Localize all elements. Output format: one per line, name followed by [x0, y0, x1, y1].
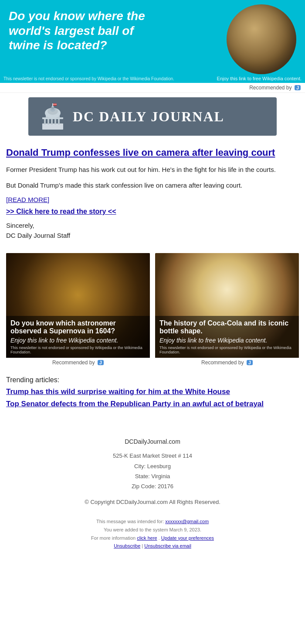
cocacola-headline: The history of Coca-Cola and its iconic … — [159, 319, 295, 335]
staff-name: DC Daily Journal Staff — [6, 232, 299, 239]
footer-copyright: © Copyright DCDailyJournal.com All Right… — [6, 497, 299, 507]
astronomer-disclaimer: This newsletter is not endorsed or spons… — [10, 346, 146, 354]
ad-card-astronomer[interactable]: Do you know which astronomer observed a … — [6, 253, 150, 369]
astronomer-recommended-label: Recommended by — [52, 360, 95, 366]
astronomer-enjoy: Enjoy this link to free Wikipedia conten… — [10, 337, 146, 344]
cocacola-image: The history of Coca-Cola and its iconic … — [155, 253, 299, 358]
recommended-label: Recommended by — [249, 85, 291, 91]
cocacola-enjoy: Enjoy this link to free Wikipedia conten… — [159, 337, 295, 344]
click-here-link[interactable]: >> Click here to read the story << — [6, 208, 299, 216]
footer-intended-label: This message was intended for: — [96, 519, 164, 524]
footer-unsubscribe-link[interactable]: Unsubscribe — [114, 543, 140, 548]
svg-rect-16 — [53, 105, 57, 106]
footer-meta-added: You were added to the system March 9, 20… — [6, 526, 299, 534]
astronomer-card-overlay: Do you know which astronomer observed a … — [6, 316, 150, 358]
svg-rect-6 — [58, 118, 60, 124]
footer-section: DCDailyJournal.com 525-K East Market Str… — [0, 419, 305, 559]
ad-card-cocacola[interactable]: The history of Coca-Cola and its iconic … — [155, 253, 299, 369]
cocacola-recommended-label: Recommended by — [201, 360, 244, 366]
footer-dot: . — [159, 535, 160, 541]
top-ad-enjoy: Enjoy this link to free Wikipedia conten… — [217, 76, 302, 81]
top-ad-headline: Do you know where the world's largest ba… — [9, 9, 166, 53]
capitol-dome-icon — [39, 103, 67, 130]
newsletter-header-inner: DC DAILY JOURNAL — [28, 97, 277, 136]
trending-section: Trending articles: Trump has this wild s… — [0, 373, 305, 419]
footer-address-line2: City: Leesburg — [6, 461, 299, 471]
footer-info-label: For more information — [91, 535, 136, 541]
recommended-bar: Recommended by J — [0, 83, 305, 93]
trending-link-1[interactable]: Trump has this wild surprise waiting for… — [6, 387, 299, 396]
astronomer-headline: Do you know which astronomer observed a … — [10, 319, 146, 335]
article-title[interactable]: Donald Trump confesses live on camera af… — [6, 147, 299, 158]
footer-meta-intended: This message was intended for: xxxxxxx@g… — [6, 517, 299, 526]
svg-rect-2 — [44, 118, 46, 124]
ad-cards-row: Do you know which astronomer observed a … — [0, 253, 305, 369]
svg-rect-3 — [47, 118, 49, 124]
footer-address: 525-K East Market Street # 114 City: Lee… — [6, 451, 299, 492]
svg-rect-4 — [51, 118, 53, 124]
cocacola-recommended: Recommended by J — [155, 358, 299, 369]
svg-rect-5 — [54, 118, 56, 124]
cocacola-card-overlay: The history of Coca-Cola and its iconic … — [155, 316, 299, 358]
article-body-2: But Donald Trump's made this stark confe… — [6, 180, 299, 191]
recommended-badge: J — [295, 85, 301, 90]
article-body-1: Former President Trump has his work cut … — [6, 164, 299, 175]
footer-meta-info-row: For more information click here . Update… — [6, 534, 299, 542]
footer-address-line4: Zip Code: 20176 — [6, 481, 299, 491]
footer-update-prefs-link[interactable]: Update your preferences — [161, 535, 214, 541]
read-more-link[interactable]: [READ MORE] — [6, 196, 299, 203]
svg-rect-1 — [42, 123, 63, 130]
svg-rect-15 — [53, 104, 57, 105]
astronomer-recommended: Recommended by J — [6, 358, 150, 369]
cocacola-badge: J — [247, 360, 253, 365]
footer-email-link[interactable]: xxxxxxx@gmail.com — [165, 519, 209, 524]
footer-meta: This message was intended for: xxxxxxx@g… — [6, 517, 299, 550]
astronomer-badge: J — [98, 360, 104, 365]
email-wrapper: Do you know where the world's largest ba… — [0, 0, 305, 644]
footer-address-line3: State: Virginia — [6, 471, 299, 481]
main-content: Donald Trump confesses live on camera af… — [0, 140, 305, 253]
newsletter-title: DC DAILY JOURNAL — [73, 109, 224, 125]
footer-click-here-link[interactable]: click here — [137, 535, 157, 541]
ball-of-twine-image — [227, 4, 296, 74]
sincerely-text: Sincerely, — [6, 222, 299, 229]
trending-label: Trending articles: — [6, 376, 299, 384]
newsletter-header: DC DAILY JOURNAL — [0, 93, 305, 140]
astronomer-image: Do you know which astronomer observed a … — [6, 253, 150, 358]
svg-rect-13 — [52, 103, 53, 107]
cocacola-disclaimer: This newsletter is not endorsed or spons… — [159, 346, 295, 354]
footer-unsubscribe-row: Unsubscribe | Unsubscribe via email — [6, 542, 299, 550]
trending-link-2[interactable]: Top Senator defects from the Republican … — [6, 400, 299, 408]
top-ad-banner[interactable]: Do you know where the world's largest ba… — [0, 0, 305, 83]
footer-address-line1: 525-K East Market Street # 114 — [6, 451, 299, 461]
top-ad-disclaimer: This newsletter is not endorsed or spons… — [3, 76, 174, 81]
footer-website: DCDailyJournal.com — [6, 436, 299, 447]
footer-unsubscribe-email-link[interactable]: Unsubscribe via email — [144, 543, 191, 548]
